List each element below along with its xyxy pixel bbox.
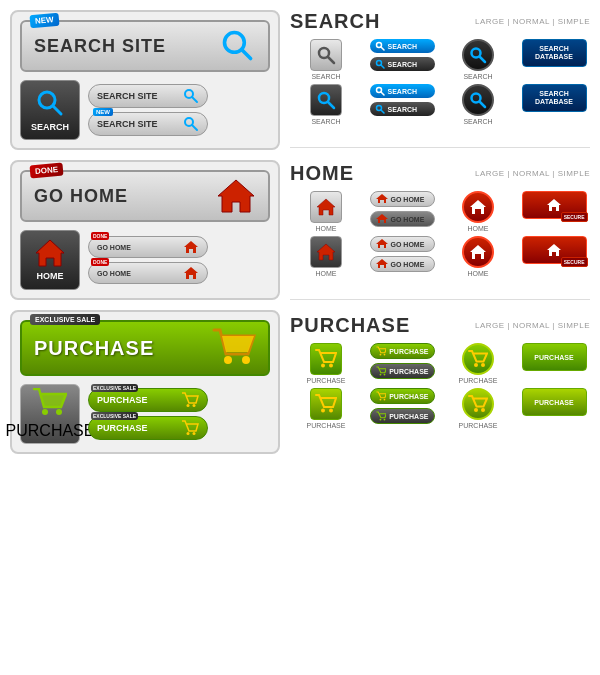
search-sq-icon: [35, 88, 65, 118]
home-pill-icon-d2: [376, 259, 388, 269]
purchase-sq-icon: [33, 388, 67, 418]
search-db-btn-2[interactable]: SEARCH DATABASE: [522, 84, 587, 112]
purchase-pill-f2[interactable]: PURCHASE: [370, 408, 435, 424]
search-sq-label: SEARCH: [31, 122, 69, 132]
search-sq-label-2: SEARCH: [311, 118, 340, 125]
purchase-sq-icon-1: [315, 349, 337, 369]
search-site-pill-2[interactable]: NEW SEARCH SITE: [88, 112, 208, 136]
search-site-pill-1[interactable]: SEARCH SITE: [88, 84, 208, 108]
purchase-pill-icon-e2: [376, 366, 387, 376]
svg-marker-9: [36, 240, 64, 266]
search-sq-btn-2[interactable]: [310, 84, 342, 116]
svg-point-49: [383, 354, 385, 356]
search-database-rect-2: SEARCH DATABASE: [518, 84, 590, 125]
pill-search-icon-2: [183, 116, 199, 132]
search-circle-btn-2[interactable]: [462, 84, 494, 116]
purchase-rect-btn-2[interactable]: PURCHASE: [522, 388, 587, 416]
big-purchase-button[interactable]: EXCLUSIVE SALE PURCHASE: [20, 320, 270, 376]
purchase-circle-btn-2[interactable]: [462, 388, 494, 420]
search-circle-btn-1[interactable]: [462, 39, 494, 71]
purchase-circle-1: PURCHASE: [442, 343, 514, 384]
home-pill-btn-c1[interactable]: GO HOME: [370, 191, 435, 207]
home-sq-btn-2[interactable]: [310, 236, 342, 268]
svg-point-54: [321, 409, 325, 413]
svg-line-29: [328, 102, 334, 108]
purchase-sq-btn-2[interactable]: [310, 388, 342, 420]
search-pill-icon-b2: [375, 104, 385, 114]
home-secure-rect-1: SECURE: [518, 191, 590, 232]
go-home-pill-1[interactable]: DONE GO HOME: [88, 236, 208, 258]
purchase-large-sq-2: PURCHASE: [290, 388, 362, 429]
search-large-sq-1: SEARCH: [290, 39, 362, 80]
pill-new-badge: NEW: [93, 108, 113, 116]
search-pill-btn-a2[interactable]: SEARCH: [370, 57, 435, 71]
purchase-sq-btn-1[interactable]: [310, 343, 342, 375]
home-pill-btn-d1[interactable]: GO HOME: [370, 236, 435, 252]
home-circle-icon-2: [469, 244, 487, 260]
purchase-pill-e1[interactable]: PURCHASE: [370, 343, 435, 359]
dark-purchase-square-button[interactable]: PURCHASE: [20, 384, 80, 444]
search-pill-icon-b1: [375, 86, 385, 96]
svg-marker-45: [547, 244, 561, 256]
home-secure-btn-2[interactable]: SECURE: [522, 236, 587, 264]
svg-marker-44: [470, 245, 486, 259]
search-normal-pill-2: SEARCH SEARCH: [366, 84, 438, 125]
svg-point-12: [224, 356, 232, 364]
purchase-pill-2[interactable]: EXCLUSIVE SALE PURCHASE: [88, 416, 208, 440]
dark-search-square-button[interactable]: SEARCH: [20, 80, 80, 140]
purchase-pill-label-f2: PURCHASE: [389, 413, 428, 420]
purchase-pill-icon-e1: [376, 346, 387, 356]
svg-point-60: [474, 408, 478, 412]
search-db-label-2: SEARCH DATABASE: [523, 90, 586, 105]
home-secure-btn-1[interactable]: SECURE: [522, 191, 587, 219]
svg-marker-11: [184, 267, 198, 279]
pill-search-icon-1: [183, 88, 199, 104]
search-pill-btn-b2[interactable]: SEARCH: [370, 102, 435, 116]
home-small-buttons-row: HOME DONE GO HOME DONE GO HOME: [20, 230, 270, 290]
search-icons-row-2: SEARCH SEARCH: [290, 84, 590, 125]
purchase-pill-f1[interactable]: PURCHASE: [370, 388, 435, 404]
search-db-btn-1[interactable]: SEARCH DATABASE: [522, 39, 587, 67]
home-pill-icon-c2: [376, 214, 388, 224]
exclusive-sale-badge: EXCLUSIVE SALE: [30, 314, 100, 325]
search-database-rect-1: SEARCH DATABASE: [518, 39, 590, 80]
search-normal-pill-1: SEARCH SEARCH: [366, 39, 438, 80]
svg-marker-37: [376, 194, 388, 203]
sm-done-badge-2: DONE: [91, 258, 109, 266]
home-pill-btn-c2[interactable]: GO HOME: [370, 211, 435, 227]
search-sq-btn-1[interactable]: [310, 39, 342, 71]
home-sq-btn-1[interactable]: [310, 191, 342, 223]
go-home-pill-2[interactable]: DONE GO HOME: [88, 262, 208, 284]
svg-point-58: [379, 419, 381, 421]
purchase-rect-btn-1[interactable]: PURCHASE: [522, 343, 587, 371]
home-rect-icon-1: [546, 198, 562, 212]
big-home-label: GO HOME: [34, 186, 128, 207]
home-circle-btn-1[interactable]: [462, 191, 494, 223]
big-home-button[interactable]: DONE GO HOME: [20, 170, 270, 222]
sm-done-badge-1: DONE: [91, 232, 109, 240]
search-pill-btn-1[interactable]: SEARCH: [370, 39, 435, 53]
svg-marker-41: [317, 244, 335, 260]
home-sq-label-2: HOME: [316, 270, 337, 277]
search-pill-btn-b1[interactable]: SEARCH: [370, 84, 435, 98]
purchase-circle-btn-1[interactable]: [462, 343, 494, 375]
svg-point-47: [329, 364, 333, 368]
home-large-sq-1: HOME: [290, 191, 362, 232]
home-circle-btn-2[interactable]: [462, 236, 494, 268]
purchase-pill-e2[interactable]: PURCHASE: [370, 363, 435, 379]
svg-point-19: [193, 432, 196, 435]
svg-marker-40: [547, 199, 561, 211]
home-pill-icon-1: [183, 240, 199, 254]
purchase-pill-1[interactable]: EXCLUSIVE SALE PURCHASE: [88, 388, 208, 412]
svg-marker-38: [376, 214, 388, 223]
home-large-sq-2: HOME: [290, 236, 362, 277]
dark-home-square-button[interactable]: HOME: [20, 230, 80, 290]
big-search-button[interactable]: NEW SEARCH SITE: [20, 20, 270, 72]
purchase-pill-label-e2: PURCHASE: [389, 368, 428, 375]
search-simple-circle-2: SEARCH: [442, 84, 514, 125]
purchase-pill-icon-f1: [376, 391, 387, 401]
home-rect-icon-2: [546, 243, 562, 257]
home-pill-btn-d2[interactable]: GO HOME: [370, 256, 435, 272]
home-sizes: LARGE | NORMAL | SIMPLE: [475, 169, 590, 178]
search-icons-row-1: SEARCH SEARCH: [290, 39, 590, 80]
